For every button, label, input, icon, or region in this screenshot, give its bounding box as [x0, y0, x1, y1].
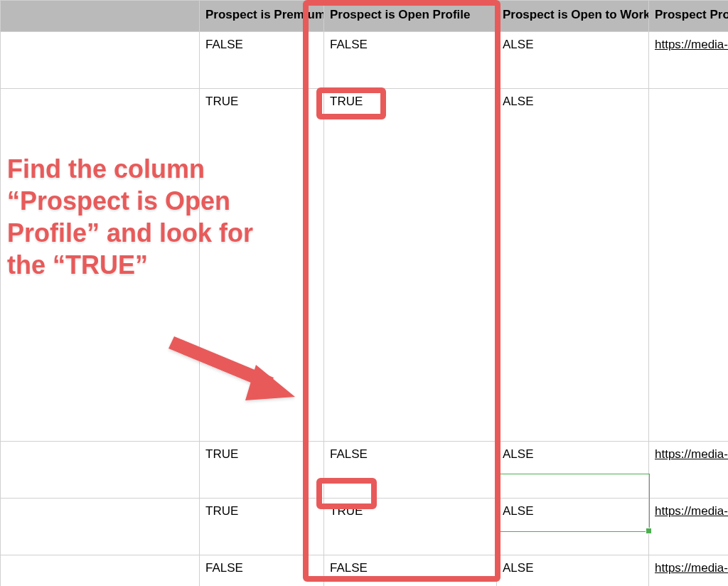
cell[interactable]	[1, 32, 200, 89]
table-header-row: Prospect is Premium Prospect is Open Pro…	[1, 1, 729, 32]
arrow-icon	[167, 329, 295, 407]
cell-open-profile[interactable]: TRUE	[324, 89, 497, 442]
col-header-premium[interactable]: Prospect is Premium	[200, 1, 324, 32]
col-header-profile[interactable]: Prospect Profile	[649, 1, 729, 32]
cell-premium[interactable]: TRUE	[200, 499, 324, 555]
table-row: FALSE FALSE ALSE https://media-exp	[1, 32, 729, 89]
cell-open-profile[interactable]: FALSE	[324, 32, 497, 89]
cell[interactable]	[1, 555, 200, 587]
cell-profile[interactable]: https://media-exp	[649, 499, 729, 555]
cell-open-profile[interactable]: FALSE	[324, 442, 497, 499]
cell-open-to-work[interactable]: ALSE	[497, 499, 649, 555]
cell-premium[interactable]: FALSE	[200, 32, 324, 89]
cell[interactable]	[1, 499, 200, 555]
cell-profile[interactable]: https://media-exp	[649, 555, 729, 587]
cell-profile[interactable]	[649, 89, 729, 442]
cell-open-profile[interactable]: FALSE	[324, 555, 497, 587]
cell-open-profile[interactable]: TRUE	[324, 499, 497, 555]
cell-open-to-work[interactable]: ALSE	[497, 32, 649, 89]
table-row: FALSE FALSE ALSE https://media-exp	[1, 555, 729, 587]
spreadsheet-table[interactable]: Prospect is Premium Prospect is Open Pro…	[0, 0, 728, 586]
cell-profile[interactable]: https://media-exp	[649, 442, 729, 499]
col-header-blank[interactable]	[1, 1, 200, 32]
cell-premium[interactable]: FALSE	[200, 555, 324, 587]
col-header-open-profile[interactable]: Prospect is Open Profile	[324, 1, 497, 32]
table-row: TRUE FALSE ALSE https://media-exp	[1, 442, 729, 499]
cell[interactable]	[1, 442, 200, 499]
cell-open-to-work[interactable]: ALSE	[497, 555, 649, 587]
cell-profile[interactable]: https://media-exp	[649, 32, 729, 89]
cell-open-to-work[interactable]: ALSE	[497, 89, 649, 442]
cell-premium[interactable]: TRUE	[200, 442, 324, 499]
profile-link[interactable]: https://media-exp	[655, 38, 728, 51]
profile-link[interactable]: https://media-exp	[655, 504, 728, 518]
annotation-text: Find the column “Prospect is Open Profil…	[7, 153, 295, 281]
col-header-open-to-work[interactable]: Prospect is Open to Work	[497, 1, 649, 32]
profile-link[interactable]: https://media-exp	[655, 561, 728, 575]
table-row: TRUE TRUE ALSE https://media-exp	[1, 499, 729, 555]
cell-open-to-work[interactable]: ALSE	[497, 442, 649, 499]
profile-link[interactable]: https://media-exp	[655, 447, 728, 461]
